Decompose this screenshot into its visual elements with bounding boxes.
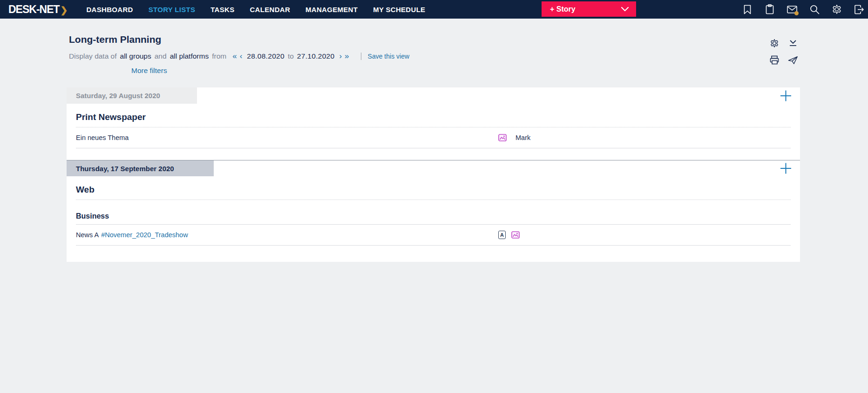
app-logo[interactable]: DESK-NET ❯ <box>8 3 68 16</box>
chevron-down-icon <box>621 7 629 12</box>
nav-item-tasks[interactable]: TASKS <box>210 6 234 13</box>
more-filters-link[interactable]: More filters <box>131 67 167 74</box>
day-section-1: Saturday, 29 August 2020 Print Newspaper… <box>67 87 800 160</box>
filter-from-label: from <box>212 52 226 60</box>
collapse-all-icon[interactable] <box>788 38 798 48</box>
date-fast-back-icon[interactable]: « <box>231 52 238 61</box>
nav-item-story-lists[interactable]: STORY LISTS <box>149 6 196 13</box>
story-row: News A #Novemer_2020_Tradeshow A <box>76 225 791 246</box>
main-menu: DASHBOARD STORY LISTS TASKS CALENDAR MAN… <box>86 6 425 13</box>
filter-to-label: to <box>288 52 294 60</box>
story-row: Ein neues Thema Mark <box>76 127 791 148</box>
text-element-icon[interactable]: A <box>498 231 506 239</box>
platform-heading: Web <box>76 185 791 200</box>
top-nav: DESK-NET ❯ DASHBOARD STORY LISTS TASKS C… <box>0 0 868 19</box>
logo-arrow-icon: ❯ <box>61 5 68 15</box>
hashtag-link[interactable]: #Novemer_2020_Tradeshow <box>101 231 188 239</box>
date-header-row: Saturday, 29 August 2020 <box>67 87 800 104</box>
search-icon[interactable] <box>809 4 820 14</box>
bookmark-icon[interactable] <box>742 4 753 14</box>
add-story-to-day-button[interactable] <box>780 163 792 174</box>
send-icon[interactable] <box>788 55 798 65</box>
view-settings-gear-icon[interactable] <box>769 38 780 48</box>
story-title[interactable]: Ein neues Thema <box>76 134 129 141</box>
view-action-icons <box>769 38 798 65</box>
image-element-icon[interactable] <box>498 134 507 141</box>
story-elements: Mark <box>498 127 530 148</box>
image-element-icon[interactable] <box>511 231 520 239</box>
story-elements: A <box>498 225 520 245</box>
day-section-2: Thursday, 17 September 2020 Web Business… <box>67 160 800 262</box>
date-label-highlighted: Thursday, 17 September 2020 <box>67 160 214 176</box>
assignee-name: Mark <box>515 134 530 141</box>
platforms-filter[interactable]: all platforms <box>170 52 209 60</box>
platform-heading: Print Newspaper <box>76 112 791 127</box>
story-title[interactable]: News A <box>76 231 99 239</box>
date-fwd-icon[interactable]: › <box>338 52 343 61</box>
date-to-value[interactable]: 27.10.2020 <box>297 52 335 60</box>
filter-bar: Display data of all groups and all platf… <box>69 52 868 61</box>
add-story-to-day-button[interactable] <box>780 90 792 101</box>
page-title: Long-term Planning <box>69 34 868 45</box>
clipboard-icon[interactable] <box>765 4 775 14</box>
save-view-link[interactable]: Save this view <box>361 53 409 60</box>
date-back-icon[interactable]: ‹ <box>238 52 244 61</box>
add-story-label: + Story <box>550 5 621 13</box>
nav-item-management[interactable]: MANAGEMENT <box>305 6 358 13</box>
view-header: Long-term Planning Display data of all g… <box>0 19 868 75</box>
nav-item-calendar[interactable]: CALENDAR <box>250 6 290 13</box>
logo-text: DESK-NET <box>8 3 60 16</box>
mail-icon[interactable] <box>787 4 797 14</box>
add-story-button[interactable]: + Story <box>542 1 636 17</box>
settings-gear-icon[interactable] <box>832 4 842 14</box>
notification-dot <box>794 11 799 15</box>
logout-icon[interactable] <box>854 4 864 14</box>
story-list-card: Saturday, 29 August 2020 Print Newspaper… <box>67 87 800 262</box>
date-from-value[interactable]: 28.08.2020 <box>247 52 285 60</box>
nav-item-dashboard[interactable]: DASHBOARD <box>86 6 133 13</box>
groups-filter[interactable]: all groups <box>120 52 151 60</box>
nav-item-my-schedule[interactable]: MY SCHEDULE <box>373 6 425 13</box>
category-heading: Business <box>76 212 791 225</box>
date-label: Saturday, 29 August 2020 <box>67 87 197 104</box>
filter-prefix-label: Display data of <box>69 52 117 60</box>
nav-icon-bar <box>742 0 864 19</box>
filter-conjunction-label: and <box>155 52 167 60</box>
print-icon[interactable] <box>769 55 780 65</box>
date-header-row: Thursday, 17 September 2020 <box>67 160 800 176</box>
date-fast-fwd-icon[interactable]: » <box>343 52 350 61</box>
